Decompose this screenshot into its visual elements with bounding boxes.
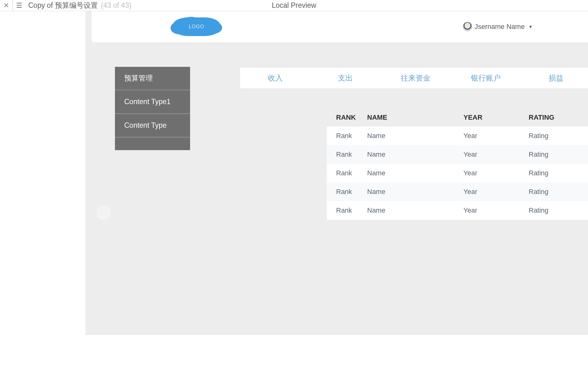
cell-name: Name [367,206,463,214]
cell-name: Name [367,132,463,140]
col-rank: RANK [336,113,367,122]
cell-rank: Rank [336,150,367,159]
cell-year: Year [463,188,529,196]
sidebar-item-content-type[interactable]: Content Type [115,114,190,138]
app-header: LOGO Jsername Name ▼ [92,11,588,42]
page-title: Copy of 预算编号设置 [28,1,98,10]
tab-receivables[interactable]: 往来资金 [381,73,451,83]
cell-year: Year [463,132,529,140]
cell-rating: Rating [529,169,578,177]
editor-topbar: ✕ ☰ Copy of 预算编号设置 (43 of 43) Local Prev… [0,0,588,11]
tab-expense[interactable]: 支出 [310,73,381,83]
tab-strip: 收入 支出 往来资金 银行账户 损益 [240,68,588,88]
table-row[interactable]: RankNameYearRating [327,201,588,220]
sidebar-item-label: Content Type [124,121,166,130]
sidebar: 预算管理 Content Type1 Content Type [115,67,190,150]
page-counter: (43 of 43) [101,1,131,10]
cell-rank: Rank [336,169,367,177]
table-row[interactable]: RankNameYearRating [327,127,588,145]
sidebar-item-budget-mgmt[interactable]: 预算管理 [115,67,190,90]
table-row[interactable]: RankNameYearRating [327,182,588,201]
table-row[interactable]: RankNameYearRating [327,145,588,164]
sidebar-item-label: Content Type1 [124,98,171,106]
cell-rank: Rank [336,132,367,140]
cell-rating: Rating [529,150,578,159]
preview-mode-label: Local Preview [272,1,316,10]
col-name: NAME [367,113,463,122]
col-year: YEAR [463,113,529,122]
sidebar-item-label: 预算管理 [124,73,153,83]
tab-bank-accounts[interactable]: 银行账户 [451,73,521,83]
sidebar-item-content-type-1[interactable]: Content Type1 [115,90,190,114]
cell-year: Year [463,206,529,214]
close-icon[interactable]: ✕ [0,2,12,10]
sidebar-item-empty[interactable] [115,138,190,150]
cell-rating: Rating [529,206,578,214]
user-menu[interactable]: Jsername Name ▼ [463,11,533,42]
logo[interactable]: LOGO [172,17,221,36]
cell-rank: Rank [336,188,367,196]
cell-rating: Rating [529,132,578,140]
preview-stage: LOGO Jsername Name ▼ 预算管理 Content Type1 … [85,11,588,335]
cell-year: Year [463,150,529,159]
col-rating: RATING [529,113,578,122]
data-table: RANK NAME YEAR RATING RankNameYearRating… [327,108,588,220]
cell-name: Name [367,150,463,159]
cell-year: Year [463,169,529,177]
cell-rating: Rating [529,188,578,196]
content-area: 预算管理 Content Type1 Content Type 收入 支出 往来… [92,44,588,335]
cell-rank: Rank [336,206,367,214]
chat-bubble-icon[interactable] [96,205,111,220]
table-row[interactable]: RankNameYearRating [327,164,588,182]
cell-name: Name [367,188,463,196]
table-header: RANK NAME YEAR RATING [327,108,588,127]
chevron-down-icon: ▼ [528,24,533,29]
cell-name: Name [367,169,463,177]
user-name: Jsername Name [475,23,525,31]
logo-text: LOGO [172,17,221,36]
tab-profit-loss[interactable]: 损益 [521,73,588,83]
avatar [463,22,472,31]
menu-icon[interactable]: ☰ [13,2,26,10]
tab-income[interactable]: 收入 [240,73,310,83]
